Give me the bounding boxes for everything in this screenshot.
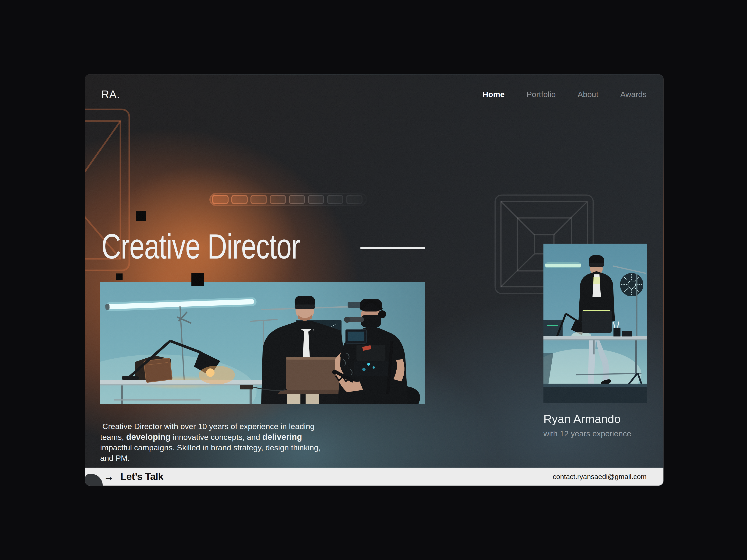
brand-logo[interactable]: RA. xyxy=(101,88,120,101)
black-square-decoration xyxy=(116,273,123,280)
nav-item-home[interactable]: Home xyxy=(483,90,505,99)
footer-bar: → Let’s Talk contact.ryansaedi@gmail.com xyxy=(85,468,664,485)
page-title-wrap: Creative Director xyxy=(101,229,356,264)
profile-experience: with 12 years experience xyxy=(543,429,631,438)
lets-talk-button[interactable]: → Let’s Talk xyxy=(104,471,163,482)
hero-image xyxy=(100,282,424,404)
description-bold: delivering xyxy=(262,432,302,442)
portfolio-card: RA. Home Portfolio About Awards Creative… xyxy=(85,74,664,486)
page-title: Creative Director xyxy=(101,229,300,264)
hero-description: Creative Director with over 10 years of … xyxy=(100,421,334,463)
portrait-image xyxy=(543,244,647,403)
main-nav: Home Portfolio About Awards xyxy=(483,90,647,99)
header: RA. Home Portfolio About Awards xyxy=(85,75,664,107)
contact-email-link[interactable]: contact.ryansaedi@gmail.com xyxy=(553,473,647,481)
description-part: innovative concepts, and xyxy=(171,433,262,442)
profile-name: Ryan Armando xyxy=(543,412,621,426)
black-square-decoration xyxy=(191,273,204,286)
arrow-right-icon: → xyxy=(104,472,114,482)
segment-bar-decoration xyxy=(209,193,375,206)
description-bold: developing xyxy=(126,432,171,442)
nav-item-about[interactable]: About xyxy=(577,90,598,99)
page-background: RA. Home Portfolio About Awards Creative… xyxy=(0,0,747,560)
lets-talk-label: Let’s Talk xyxy=(121,471,163,482)
title-dash-decoration xyxy=(360,247,424,249)
nav-item-portfolio[interactable]: Portfolio xyxy=(526,90,556,99)
corner-blob-decoration xyxy=(85,474,103,485)
portrait-chart xyxy=(620,273,643,296)
black-square-decoration xyxy=(136,211,146,221)
nav-item-awards[interactable]: Awards xyxy=(620,90,647,99)
